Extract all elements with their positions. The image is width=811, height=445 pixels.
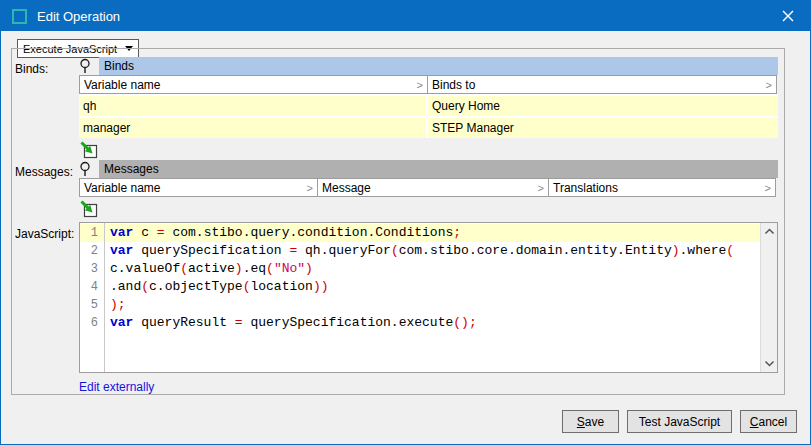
save-button[interactable]: Save [562,410,619,433]
line-number: 2 [80,242,104,260]
line-number: 5 [80,296,104,314]
code-line: 4.and(c.objectType(location)) [80,278,760,296]
messages-col-message[interactable]: Message > [317,178,549,197]
binds-column-header: Variable name > Binds to > [79,75,778,94]
binds-table: Binds Variable name > Binds to > qh Quer… [79,57,778,160]
binds-row-variable[interactable]: manager [79,118,428,138]
binds-row-binds-to[interactable]: Query Home [428,96,778,116]
messages-column-header: Variable name > Message > Translations > [79,178,778,197]
binds-label: Binds: [15,62,48,76]
binds-col-binds-to[interactable]: Binds to > [427,75,777,94]
edit-messages-icon[interactable] [79,199,99,219]
binds-row-binds-to[interactable]: STEP Manager [428,118,778,138]
messages-label: Messages: [15,165,73,179]
app-icon [12,9,27,24]
pin-icon[interactable] [79,58,99,74]
messages-table: Messages Variable name > Message > Trans… [79,160,778,219]
edit-operation-dialog: Edit Operation Execute JavaScript Binds:… [0,0,811,445]
column-menu-chevron-icon[interactable]: > [307,182,313,194]
messages-group-header-text: Messages [104,162,159,176]
line-number: 4 [80,278,104,296]
messages-col-variable-name[interactable]: Variable name > [79,178,318,197]
code-lines: 1var c = com.stibo.query.condition.Condi… [80,223,760,372]
line-number: 1 [80,224,104,242]
scroll-up-icon[interactable] [763,225,776,238]
column-menu-chevron-icon[interactable]: > [538,182,544,194]
javascript-code-editor[interactable]: 1var c = com.stibo.query.condition.Condi… [79,222,778,373]
code-line: 6var queryResult = querySpecification.ex… [80,314,760,332]
close-icon [782,10,794,22]
binds-group-header-text: Binds [104,59,134,73]
column-menu-chevron-icon[interactable]: > [766,79,772,91]
messages-col-translations[interactable]: Translations > [548,178,776,197]
code-line: 3c.valueOf(active).eq("No") [80,260,760,278]
window-title: Edit Operation [37,9,120,24]
title-bar: Edit Operation [1,1,810,31]
table-row: manager STEP Manager [79,116,778,138]
code-line: 5); [80,296,760,314]
test-javascript-button[interactable]: Test JavaScript [627,410,732,433]
gutter-separator [104,223,105,372]
binds-row-variable[interactable]: qh [79,96,428,116]
table-row: qh Query Home [79,94,778,116]
binds-group-header: Binds [99,57,778,75]
code-line: 2var querySpecification = qh.queryFor(co… [80,242,760,260]
column-menu-chevron-icon[interactable]: > [417,79,423,91]
messages-group-header: Messages [99,160,778,178]
pin-icon[interactable] [79,161,99,177]
messages-group-header-row: Messages [79,160,778,178]
line-number: 6 [80,314,104,332]
vertical-scrollbar[interactable] [760,223,777,372]
cancel-button[interactable]: Cancel [740,410,797,433]
close-button[interactable] [765,1,810,31]
column-menu-chevron-icon[interactable]: > [765,182,771,194]
binds-group-header-row: Binds [79,57,778,75]
line-number: 3 [80,260,104,278]
javascript-label: JavaScript: [15,227,74,241]
edit-binds-icon[interactable] [79,140,99,160]
edit-externally-link[interactable]: Edit externally [79,380,154,394]
code-line: 1var c = com.stibo.query.condition.Condi… [80,224,760,242]
scroll-down-icon[interactable] [763,357,776,370]
binds-col-variable-name[interactable]: Variable name > [79,75,428,94]
